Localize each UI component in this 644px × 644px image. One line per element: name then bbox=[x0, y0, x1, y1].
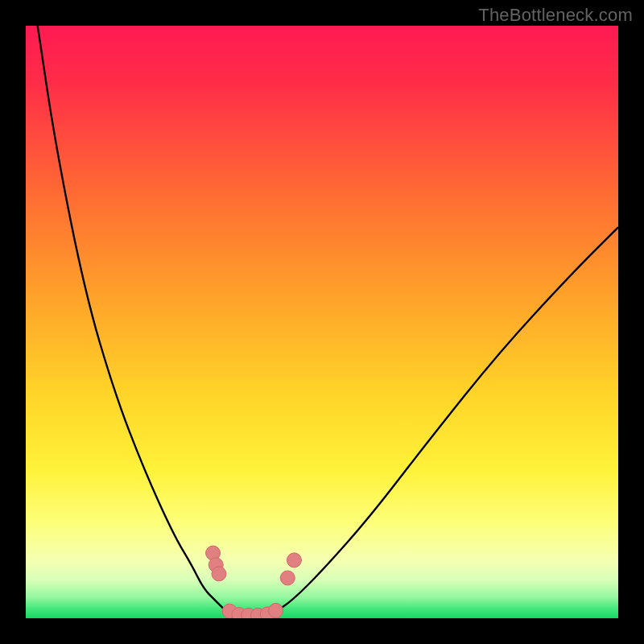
plot-area bbox=[26, 26, 618, 618]
watermark-text: TheBottleneck.com bbox=[478, 5, 633, 26]
marker-point bbox=[269, 603, 283, 617]
curve-right-branch bbox=[275, 227, 618, 612]
curve-layer bbox=[26, 26, 618, 618]
marker-point bbox=[280, 571, 295, 585]
curve-left-branch bbox=[38, 26, 228, 613]
marker-point bbox=[287, 553, 301, 568]
marker-group bbox=[206, 546, 302, 618]
chart-frame: TheBottleneck.com bbox=[0, 0, 644, 644]
marker-point bbox=[212, 567, 226, 581]
